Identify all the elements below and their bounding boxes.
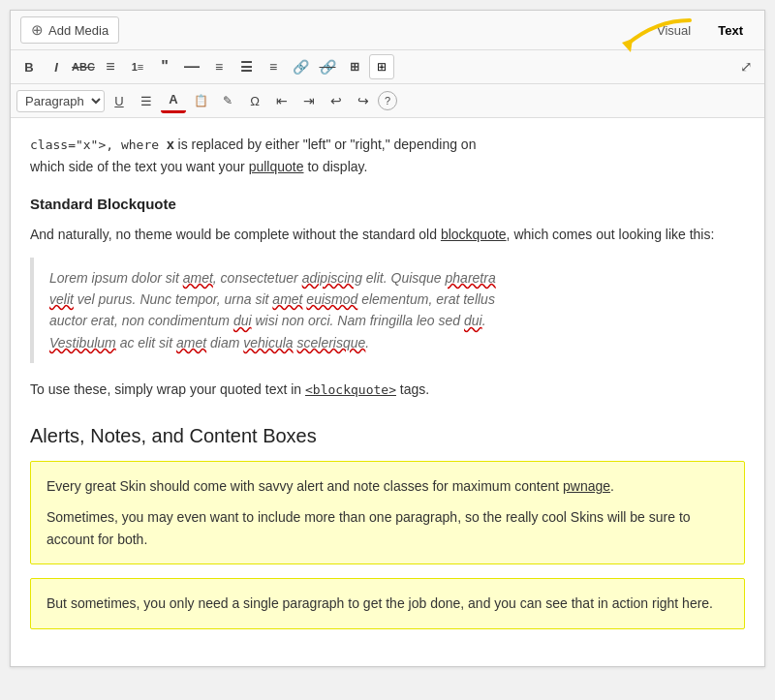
table-button[interactable]: ⊞ bbox=[369, 54, 394, 79]
help-button[interactable]: ? bbox=[378, 91, 397, 110]
scelerisque: scelerisque bbox=[297, 335, 366, 350]
paragraph-select[interactable]: Paragraph bbox=[16, 90, 105, 112]
intro-paragraph: class="x">, where x is replaced by eithe… bbox=[30, 134, 745, 177]
underline-button[interactable]: U bbox=[107, 88, 132, 113]
blockquote-usage-1: To use these, simply wrap your quoted te… bbox=[30, 381, 305, 397]
unlink-button[interactable]: 🔗 bbox=[315, 54, 340, 79]
alert1-paragraph-1: Every great Skin should come with savvy … bbox=[46, 475, 728, 497]
numbered-list-button[interactable]: 1≡ bbox=[125, 54, 150, 79]
text-color-button[interactable]: A bbox=[161, 88, 186, 113]
pharetra: pharetra bbox=[446, 270, 496, 286]
alerts-heading: Alerts, Notes, and Content Boxes bbox=[30, 420, 745, 451]
undo-button[interactable]: ↩ bbox=[324, 88, 349, 113]
align-center-button[interactable]: ☰ bbox=[233, 54, 259, 79]
alert1-paragraph-2: Sometimes, you may even want to include … bbox=[46, 506, 728, 550]
amet-3: amet bbox=[176, 335, 206, 350]
blockquote-button[interactable]: " bbox=[152, 54, 177, 79]
horizontal-rule-button[interactable]: — bbox=[179, 54, 204, 79]
blockquote-description: And naturally, no theme would be complet… bbox=[30, 224, 745, 245]
strikethrough-button[interactable]: ABC bbox=[71, 54, 96, 79]
blockquote-link[interactable]: blockquote bbox=[441, 227, 507, 242]
arrow-annotation bbox=[607, 15, 704, 69]
bullet-list-button[interactable]: ≡ bbox=[98, 54, 123, 79]
custom-char-button[interactable]: ✎ bbox=[215, 88, 240, 113]
special-char-button[interactable]: Ω bbox=[242, 88, 267, 113]
amet-2: amet bbox=[272, 291, 302, 307]
expand-button[interactable]: ⤢ bbox=[733, 54, 759, 79]
vestibulum: Vestibulum bbox=[49, 335, 116, 350]
alert-box-1: Every great Skin should come with savvy … bbox=[30, 461, 745, 564]
svg-marker-0 bbox=[622, 39, 633, 52]
intro-text-2: is replaced by either "left" or "right,"… bbox=[174, 137, 477, 152]
dui-1: dui bbox=[233, 313, 252, 328]
pullquote-link[interactable]: pullquote bbox=[249, 159, 304, 174]
bold-button[interactable]: B bbox=[16, 54, 42, 79]
alert2-paragraph-1: But sometimes, you only need a single pa… bbox=[46, 593, 728, 614]
alert-box-2: But sometimes, you only need a single pa… bbox=[30, 578, 745, 628]
blockquote-heading: Standard Blockquote bbox=[30, 193, 745, 216]
blockquote-code-tag: <blockquote> bbox=[305, 382, 396, 397]
velit: velit bbox=[49, 291, 74, 307]
blockquote-desc-1: And naturally, no theme would be complet… bbox=[30, 227, 441, 242]
plus-icon: ⊕ bbox=[31, 21, 44, 39]
align-left-button[interactable]: ≡ bbox=[206, 54, 232, 79]
blockquote-usage-2: tags. bbox=[396, 381, 429, 397]
alert1-text-end: . bbox=[610, 478, 614, 494]
outdent-button[interactable]: ⇤ bbox=[269, 88, 294, 113]
add-media-button[interactable]: ⊕ Add Media bbox=[20, 16, 119, 44]
content-area: class="x">, where x is replaced by eithe… bbox=[11, 118, 764, 666]
intro-text-4: to display. bbox=[304, 159, 368, 174]
intro-text-3: which side of the text you want your bbox=[30, 159, 249, 174]
alert1-text-1: Every great Skin should come with savvy … bbox=[46, 478, 563, 494]
redo-button[interactable]: ↪ bbox=[351, 88, 376, 113]
adipiscing: adipiscing bbox=[302, 270, 362, 286]
blockquote-usage: To use these, simply wrap your quoted te… bbox=[30, 379, 745, 401]
indent-button[interactable]: ⇥ bbox=[296, 88, 322, 113]
link-button[interactable]: 🔗 bbox=[288, 54, 313, 79]
intro-bold-x: x bbox=[167, 137, 174, 152]
blockquote-text: Lorem ipsum dolor sit amet, consectetuer… bbox=[49, 267, 729, 354]
intro-code: class="x">, where bbox=[30, 137, 167, 152]
justify-button[interactable]: ☰ bbox=[134, 88, 159, 113]
blockquote-desc-2: , which comes out looking like this: bbox=[507, 227, 715, 242]
vehicula: vehicula bbox=[243, 335, 293, 350]
pwnage-link[interactable]: pwnage bbox=[563, 478, 610, 494]
add-media-label: Add Media bbox=[48, 23, 108, 38]
euismod: euismod bbox=[306, 291, 357, 307]
insert-button[interactable]: ⊞ bbox=[342, 54, 367, 79]
tab-group: Visual Text bbox=[645, 19, 755, 42]
toolbar-row-2: Paragraph U ☰ A 📋 ✎ Ω ⇤ ⇥ ↩ ↪ ? bbox=[11, 84, 764, 118]
align-right-button[interactable]: ≡ bbox=[261, 54, 286, 79]
blockquote-content: Lorem ipsum dolor sit amet, consectetuer… bbox=[30, 258, 745, 364]
paste-plain-button[interactable]: 📋 bbox=[188, 88, 213, 113]
text-tab[interactable]: Text bbox=[706, 19, 755, 42]
amet-1: amet bbox=[183, 270, 213, 286]
dui-2: dui bbox=[464, 313, 482, 328]
top-bar: ⊕ Add Media Visual Text bbox=[11, 11, 764, 50]
italic-button[interactable]: I bbox=[44, 54, 69, 79]
